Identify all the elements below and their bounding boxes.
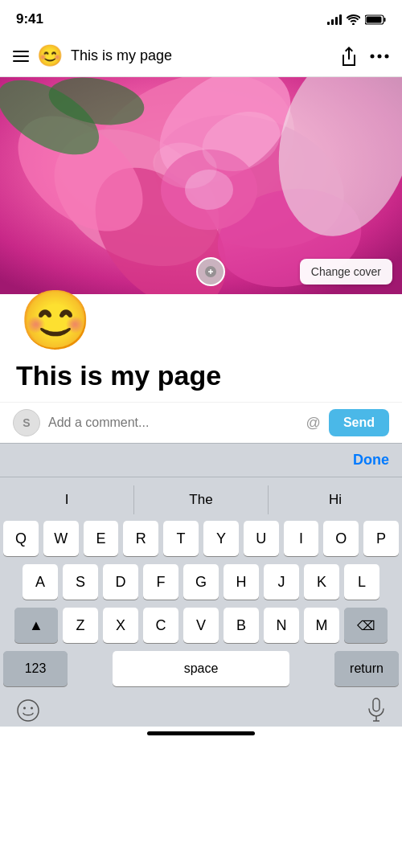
nav-bar: 😊 This is my page [0,35,402,77]
status-bar: 9:41 [0,0,402,35]
comment-input[interactable] [48,416,298,430]
key-p[interactable]: P [363,521,399,556]
keyboard-bottom-icons [0,691,402,727]
wifi-icon [347,14,360,25]
key-c[interactable]: C [143,608,178,643]
space-key[interactable]: space [113,651,289,686]
key-o[interactable]: O [323,521,359,556]
mic-icon[interactable] [367,698,386,723]
key-q[interactable]: Q [3,521,39,556]
key-h[interactable]: H [224,564,259,600]
key-t[interactable]: T [163,521,199,556]
key-g[interactable]: G [183,564,219,600]
predictive-item-2[interactable]: The [134,485,269,514]
svg-rect-25 [373,698,379,711]
done-bar: Done [0,443,402,477]
nav-title: This is my page [71,47,172,64]
svg-point-4 [378,54,382,58]
nav-emoji: 😊 [37,43,63,68]
key-i[interactable]: I [284,521,319,556]
comment-row: S @ Send [0,402,402,443]
send-button[interactable]: Send [329,409,389,436]
key-k[interactable]: K [304,564,339,600]
key-a[interactable]: A [23,564,58,600]
svg-point-3 [371,54,375,58]
share-icon[interactable] [339,45,359,68]
svg-point-22 [18,700,39,721]
menu-button[interactable] [13,51,29,62]
num-key[interactable]: 123 [3,651,68,686]
nav-right [339,45,389,68]
commenter-avatar: S [13,409,40,436]
drag-icon [204,265,217,278]
key-y[interactable]: Y [203,521,239,556]
key-d[interactable]: D [103,564,138,600]
page-title: This is my page [16,361,386,391]
status-icons [327,14,386,25]
keyboard-row-3: ▲ Z X C V B N M ⌫ [0,608,402,643]
key-j[interactable]: J [264,564,299,600]
key-v[interactable]: V [183,608,219,643]
key-n[interactable]: N [264,608,299,643]
svg-rect-1 [384,18,386,22]
home-indicator [147,731,255,735]
change-cover-button[interactable]: Change cover [300,259,392,285]
key-x[interactable]: X [103,608,138,643]
more-options-icon[interactable] [370,54,389,59]
page-title-section: This is my page [0,354,402,402]
done-button[interactable]: Done [353,452,389,469]
shift-key[interactable]: ▲ [14,608,58,643]
nav-left: 😊 This is my page [13,43,172,68]
keyboard-bottom-row: 123 space return [0,651,402,691]
emoji-keyboard-icon[interactable] [16,698,40,723]
svg-point-23 [23,707,26,710]
keyboard-row-1: Q W E R T Y U I O P [0,521,402,556]
key-r[interactable]: R [123,521,158,556]
cover-drag-handle[interactable] [196,257,225,286]
predictive-item-3[interactable]: Hi [269,485,402,514]
backspace-key[interactable]: ⌫ [344,608,388,643]
svg-point-24 [31,707,33,710]
key-s[interactable]: S [63,564,98,600]
key-l[interactable]: L [344,564,379,600]
key-f[interactable]: F [143,564,178,600]
avatar-section: 😊 [0,286,402,354]
cover-image: Change cover [0,77,402,294]
keyboard-row-2: A S D F G H J K L [0,564,402,600]
svg-point-5 [385,54,389,58]
battery-icon [365,14,386,25]
key-w[interactable]: W [43,521,79,556]
page-avatar-emoji: 😊 [19,286,92,354]
at-mention-icon[interactable]: @ [306,415,321,432]
predictive-row: I The Hi [0,482,402,518]
key-u[interactable]: U [244,521,279,556]
status-time: 9:41 [16,11,43,27]
key-e[interactable]: E [84,521,119,556]
keyboard: I The Hi Q W E R T Y U I O P A S D F G H… [0,477,402,727]
key-z[interactable]: Z [63,608,98,643]
key-b[interactable]: B [224,608,259,643]
predictive-item-1[interactable]: I [0,485,134,514]
key-m[interactable]: M [304,608,339,643]
svg-rect-2 [367,16,382,23]
signal-icon [327,14,342,25]
return-key[interactable]: return [334,651,399,686]
